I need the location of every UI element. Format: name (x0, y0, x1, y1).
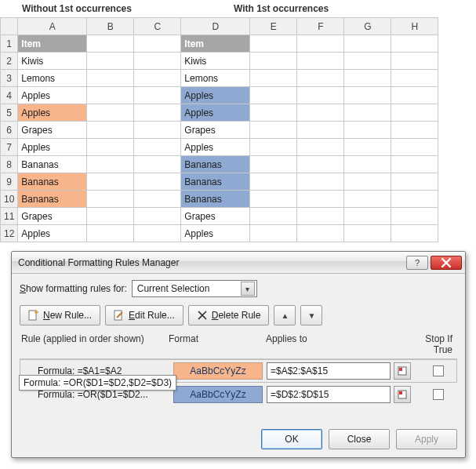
cell[interactable] (297, 87, 344, 104)
cell[interactable] (250, 225, 297, 242)
cell[interactable] (344, 139, 391, 156)
cell[interactable] (297, 191, 344, 208)
cell[interactable]: Bananas (181, 173, 250, 191)
cell[interactable] (134, 35, 181, 53)
close-button[interactable]: Close (329, 429, 390, 449)
col-header[interactable]: F (297, 18, 344, 35)
row-header[interactable]: 9 (1, 173, 18, 191)
edit-rule-button[interactable]: Edit Rule... (105, 305, 183, 325)
col-header[interactable]: E (250, 18, 297, 35)
ok-button[interactable]: OK (261, 429, 322, 449)
cell[interactable] (134, 139, 181, 156)
cell[interactable]: Grapes (18, 122, 87, 139)
cell[interactable] (391, 156, 438, 173)
close-window-button[interactable] (431, 256, 462, 270)
cell[interactable] (344, 70, 391, 87)
cell[interactable] (391, 104, 438, 122)
cell[interactable] (344, 191, 391, 208)
cell[interactable] (134, 208, 181, 225)
cell[interactable]: Grapes (18, 208, 87, 225)
cell[interactable] (297, 104, 344, 122)
cell[interactable] (391, 173, 438, 191)
cell[interactable] (87, 191, 134, 208)
col-header[interactable]: C (134, 18, 181, 35)
cell[interactable] (87, 156, 134, 173)
chevron-down-icon[interactable]: ▾ (241, 282, 255, 296)
cell[interactable]: Apples (18, 87, 87, 104)
cell[interactable] (391, 35, 438, 53)
cell[interactable]: Apples (181, 87, 250, 104)
cell[interactable] (87, 35, 134, 53)
applies-to-input[interactable]: =$A$2:$A$15 (267, 362, 391, 380)
cell[interactable] (344, 225, 391, 242)
row-header[interactable]: 1 (1, 35, 18, 53)
col-header[interactable]: D (181, 18, 250, 35)
cell[interactable]: Bananas (181, 156, 250, 173)
cell[interactable] (134, 53, 181, 70)
stop-if-true-checkbox[interactable] (433, 365, 444, 376)
cell[interactable] (134, 191, 181, 208)
cell[interactable] (297, 70, 344, 87)
col-header[interactable]: A (18, 18, 87, 35)
cell[interactable] (344, 53, 391, 70)
cell[interactable] (250, 139, 297, 156)
row-header[interactable]: 11 (1, 208, 18, 225)
cell[interactable] (134, 87, 181, 104)
cell[interactable] (391, 139, 438, 156)
cell[interactable]: Item (181, 35, 250, 53)
cell[interactable]: Apples (18, 139, 87, 156)
cell[interactable] (391, 70, 438, 87)
cell[interactable] (87, 104, 134, 122)
cell[interactable] (297, 53, 344, 70)
cell[interactable]: Lemons (18, 70, 87, 87)
cell[interactable]: Apples (181, 139, 250, 156)
cell[interactable] (297, 156, 344, 173)
stop-if-true-checkbox[interactable] (433, 389, 444, 400)
cell[interactable] (87, 208, 134, 225)
cell[interactable] (344, 208, 391, 225)
cell[interactable] (297, 139, 344, 156)
cell[interactable] (391, 122, 438, 139)
cell[interactable] (87, 70, 134, 87)
applies-to-input[interactable]: =$D$2:$D$15 (267, 386, 391, 403)
col-header[interactable]: G (344, 18, 391, 35)
cell[interactable] (250, 173, 297, 191)
delete-rule-button[interactable]: Delete Rule (188, 305, 270, 325)
row-header[interactable]: 3 (1, 70, 18, 87)
row-header[interactable]: 5 (1, 104, 18, 122)
cell[interactable]: Bananas (18, 191, 87, 208)
showfor-combobox[interactable]: Current Selection ▾ (132, 280, 257, 297)
cell[interactable] (250, 87, 297, 104)
cell[interactable] (344, 156, 391, 173)
cell[interactable] (87, 225, 134, 242)
cell[interactable] (344, 87, 391, 104)
row-header[interactable]: 6 (1, 122, 18, 139)
cell[interactable] (297, 35, 344, 53)
col-header[interactable]: B (87, 18, 134, 35)
dialog-titlebar[interactable]: Conditional Formatting Rules Manager ? (12, 252, 465, 274)
range-picker-button[interactable] (394, 362, 411, 380)
cell[interactable]: Apples (18, 104, 87, 122)
cell[interactable] (87, 122, 134, 139)
range-picker-button[interactable] (394, 386, 411, 403)
cell[interactable]: Bananas (18, 156, 87, 173)
cell[interactable] (391, 225, 438, 242)
cell[interactable]: Bananas (181, 191, 250, 208)
cell[interactable] (134, 104, 181, 122)
help-button[interactable]: ? (406, 256, 428, 270)
col-header[interactable]: H (391, 18, 438, 35)
row-header[interactable]: 10 (1, 191, 18, 208)
cell[interactable]: Item (18, 35, 87, 53)
cell[interactable] (250, 156, 297, 173)
cell[interactable] (87, 53, 134, 70)
cell[interactable] (87, 139, 134, 156)
cell[interactable] (344, 104, 391, 122)
cell[interactable] (250, 53, 297, 70)
cell[interactable]: Bananas (18, 173, 87, 191)
cell[interactable] (134, 70, 181, 87)
row-header[interactable]: 4 (1, 87, 18, 104)
cell[interactable] (391, 53, 438, 70)
cell[interactable] (134, 173, 181, 191)
cell[interactable] (250, 35, 297, 53)
cell[interactable] (297, 122, 344, 139)
